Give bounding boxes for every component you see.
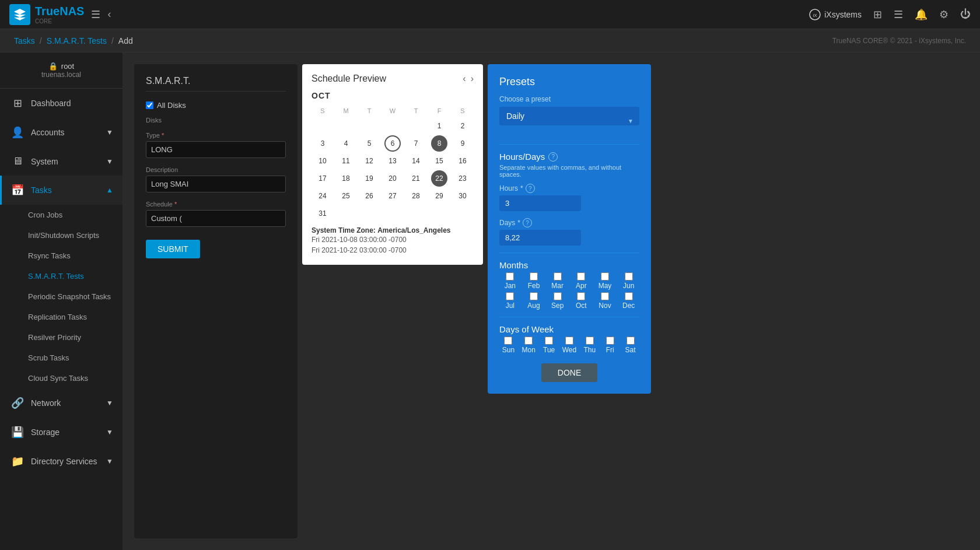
month-oct-checkbox[interactable] [577,292,585,300]
apps-icon[interactable]: ⊞ [873,8,882,21]
cal-day-25: 25 [338,188,354,204]
sub-nav-cloud-sync[interactable]: Cloud Sync Tasks [0,368,123,388]
month-dec-checkbox[interactable] [625,292,633,300]
dow-sun-checkbox[interactable] [504,337,512,345]
type-field: Type * [146,132,286,158]
sidebar-item-dashboard[interactable]: ⊞ Dashboard [0,89,123,118]
sub-nav-replication-tasks[interactable]: Replication Tasks [0,307,123,327]
month-sep: Sep [547,292,568,310]
hours-help-icon[interactable]: ? [526,184,535,193]
dow-fri-checkbox[interactable] [606,337,614,345]
dow-sat-checkbox[interactable] [626,337,635,345]
type-required: * [162,132,164,139]
user-info: 🔒 root truenas.local [0,52,123,89]
cal-day-3: 3 [314,135,331,152]
hours-days-help-icon[interactable]: ? [548,152,558,162]
cal-day-16: 16 [454,153,471,169]
cal-grid: S M T W T F S 1 2 3 4 5 6 7 [312,105,474,222]
days-field-row: Days * ? [499,218,639,246]
network-label: Network [31,398,61,408]
system-arrow: ▼ [106,157,113,166]
days-input[interactable] [499,230,581,246]
sp-next-btn[interactable]: › [471,73,474,84]
sp-prev-btn[interactable]: ‹ [463,73,466,84]
cal-header-s2: S [452,105,474,117]
month-feb-checkbox[interactable] [530,272,538,281]
cal-day-29: 29 [431,188,447,204]
month-jan-checkbox[interactable] [506,272,514,281]
alerts-icon[interactable]: 🔔 [915,8,928,21]
docs-icon[interactable]: ☰ [894,8,903,21]
month-jul-checkbox[interactable] [506,292,514,300]
sub-nav-smart-tests[interactable]: S.M.A.R.T. Tests [0,266,123,286]
done-button[interactable]: DONE [541,363,597,382]
submit-button[interactable]: SUBMIT [146,240,200,258]
dow-thu-checkbox[interactable] [586,337,594,345]
preset-select[interactable]: Daily Hourly Weekly Monthly Custom [499,107,639,125]
sub-nav-cron-jobs[interactable]: Cron Jobs [0,205,123,225]
presets-panel: Presets Choose a preset Daily Hourly Wee… [488,64,651,394]
tasks-icon: 📅 [11,184,24,197]
cal-day-18: 18 [338,170,354,187]
hours-label: Hours * ? [499,184,639,193]
dashboard-label: Dashboard [31,99,71,108]
days-help-icon[interactable]: ? [523,218,532,227]
directory-icon: 📁 [11,455,24,468]
dow-sun: Sun [499,337,517,354]
all-disks-row: All Disks [146,101,286,110]
settings-icon[interactable]: ⚙ [939,8,949,21]
sidebar-item-system[interactable]: 🖥 System ▼ [0,147,123,176]
month-mar-checkbox[interactable] [554,272,562,281]
network-icon: 🔗 [11,397,24,409]
month-apr-checkbox[interactable] [577,272,585,281]
sub-nav-init-shutdown[interactable]: Init/Shutdown Scripts [0,225,123,246]
sub-nav-rsync-tasks[interactable]: Rsync Tasks [0,246,123,266]
logo-sub: CORE [35,18,84,24]
cal-day-8-highlighted: 8 [431,135,447,152]
sidebar-item-network[interactable]: 🔗 Network ▼ [0,388,123,418]
type-input[interactable] [146,141,286,158]
month-nov-checkbox[interactable] [601,292,609,300]
months-title: Months [499,260,639,270]
month-aug-checkbox[interactable] [530,292,538,300]
menu-icon[interactable]: ☰ [91,8,100,21]
all-disks-checkbox-label[interactable]: All Disks [146,101,186,110]
month-may-checkbox[interactable] [601,272,609,281]
cal-day-11: 11 [338,153,354,169]
hours-days-title: Hours/Days ? [499,152,639,162]
topbar: TrueNAS CORE ☰ ‹ iX iXsystems ⊞ ☰ 🔔 ⚙ ⏻ [0,0,980,29]
ix-systems-logo: iX iXsystems [809,9,862,20]
sub-nav-resilver-priority[interactable]: Resilver Priority [0,327,123,348]
schedule-field: Schedule * [146,201,286,227]
cal-day-30: 30 [454,188,471,204]
month-jun: Jun [618,272,639,290]
breadcrumb-tasks[interactable]: Tasks [14,36,35,45]
power-icon[interactable]: ⏻ [960,8,971,20]
month-aug: Aug [523,292,545,310]
back-icon[interactable]: ‹ [107,8,111,20]
dow-tue: Tue [540,337,558,354]
sidebar-item-storage[interactable]: 💾 Storage ▼ [0,418,123,447]
schedule-required: * [174,201,177,208]
sidebar-item-directory-services[interactable]: 📁 Directory Services ▼ [0,447,123,476]
month-jun-checkbox[interactable] [625,272,633,281]
sidebar-item-accounts[interactable]: 👤 Accounts ▼ [0,118,123,147]
sub-nav-scrub-tasks[interactable]: Scrub Tasks [0,348,123,368]
cal-day-31: 31 [314,205,331,222]
description-input[interactable] [146,176,286,192]
dow-mon-checkbox[interactable] [524,337,533,345]
all-disks-checkbox[interactable] [146,101,153,109]
breadcrumb-smart[interactable]: S.M.A.R.T. Tests [47,36,107,45]
presets-title: Presets [499,76,639,88]
month-sep-checkbox[interactable] [554,292,562,300]
sub-nav-periodic-snapshot[interactable]: Periodic Snapshot Tasks [0,286,123,307]
sidebar-item-tasks[interactable]: 📅 Tasks ▲ [0,176,123,205]
hours-input[interactable] [499,195,581,211]
dow-tue-checkbox[interactable] [545,337,553,345]
type-label: Type * [146,132,286,139]
cal-day-15: 15 [431,153,447,169]
schedule-input[interactable] [146,210,286,227]
dow-wed-checkbox[interactable] [565,337,573,345]
description-field: Description [146,166,286,192]
dow-title: Days of Week [499,324,639,334]
